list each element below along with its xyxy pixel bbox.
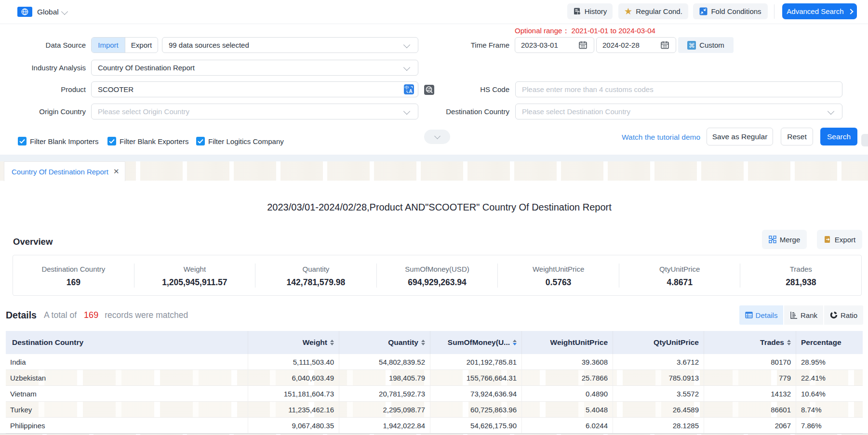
- svg-text:A: A: [409, 89, 412, 94]
- svg-text:⌘: ⌘: [689, 41, 695, 49]
- svg-text:中: 中: [405, 85, 409, 90]
